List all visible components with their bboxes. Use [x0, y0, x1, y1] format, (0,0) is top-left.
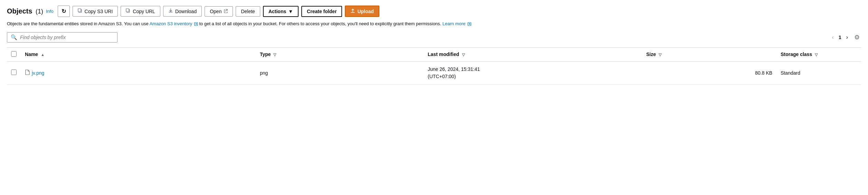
column-header-type[interactable]: Type ▽: [256, 48, 424, 62]
search-input[interactable]: [20, 35, 114, 40]
upload-icon: [350, 8, 355, 14]
copy-s3-uri-icon: [78, 8, 83, 14]
type-sort-icon: ▽: [273, 53, 276, 57]
download-button[interactable]: Download: [163, 6, 202, 17]
column-header-last-modified[interactable]: Last modified ▽: [424, 48, 642, 62]
last-modified-cell: June 26, 2024, 15:31:41(UTC+07:00): [424, 61, 642, 84]
objects-table-wrapper: Name ▲ Type ▽ Last modified ▽: [7, 47, 861, 85]
copy-url-button[interactable]: Copy URL: [121, 6, 160, 17]
page-number: 1: [839, 35, 841, 40]
modified-sort-icon: ▽: [462, 53, 465, 57]
table-row: jv.png png June 26, 2024, 15:31:41(UTC+0…: [7, 61, 861, 84]
refresh-button[interactable]: ↻: [58, 6, 70, 17]
storage-class-cell: Standard: [776, 61, 861, 84]
create-folder-button[interactable]: Create folder: [301, 6, 342, 17]
name-sort-icon: ▲: [41, 53, 45, 57]
storage-sort-icon: ▽: [815, 53, 818, 57]
select-all-header: [7, 48, 21, 62]
copy-url-icon: [126, 8, 131, 14]
file-name: jv.png: [32, 70, 44, 76]
actions-chevron-icon: ▼: [288, 9, 293, 14]
actions-button[interactable]: Actions ▼: [263, 6, 299, 17]
learn-more-link[interactable]: Learn more: [443, 21, 471, 26]
settings-button[interactable]: ⚙: [853, 33, 861, 42]
upload-button[interactable]: Upload: [345, 6, 379, 17]
pagination-controls: ‹ 1 › ⚙: [830, 33, 861, 42]
row-checkbox-cell: [7, 61, 21, 84]
search-icon: 🔍: [11, 34, 17, 40]
file-icon: [25, 69, 30, 76]
file-link[interactable]: jv.png: [25, 69, 44, 76]
file-name-cell: jv.png: [21, 61, 256, 84]
info-link[interactable]: Info: [46, 9, 54, 14]
external-link-icon: [224, 9, 228, 14]
copy-s3-uri-button[interactable]: Copy S3 URI: [73, 6, 118, 17]
download-icon: [168, 8, 173, 14]
svg-rect-3: [126, 9, 129, 12]
prev-page-button[interactable]: ‹: [830, 34, 836, 41]
amazon-s3-inventory-link[interactable]: Amazon S3 inventory: [150, 21, 199, 26]
next-page-button[interactable]: ›: [844, 34, 850, 41]
column-header-name[interactable]: Name ▲: [21, 48, 256, 62]
column-header-storage-class[interactable]: Storage class ▽: [776, 48, 861, 62]
svg-rect-1: [78, 9, 81, 12]
description-text: Objects are the fundamental entities sto…: [7, 20, 861, 27]
page-title: Objects (1): [7, 7, 43, 15]
file-size-cell: 80.8 KB: [642, 61, 776, 84]
file-type-cell: png: [256, 61, 424, 84]
size-sort-icon: ▽: [659, 53, 661, 57]
refresh-icon: ↻: [62, 8, 66, 15]
open-button[interactable]: Open: [205, 6, 233, 17]
column-header-size[interactable]: Size ▽: [642, 48, 776, 62]
objects-table: Name ▲ Type ▽ Last modified ▽: [7, 48, 861, 85]
search-container: 🔍: [7, 32, 117, 43]
row-checkbox[interactable]: [11, 69, 17, 75]
delete-button[interactable]: Delete: [236, 6, 260, 17]
select-all-checkbox[interactable]: [11, 51, 17, 57]
